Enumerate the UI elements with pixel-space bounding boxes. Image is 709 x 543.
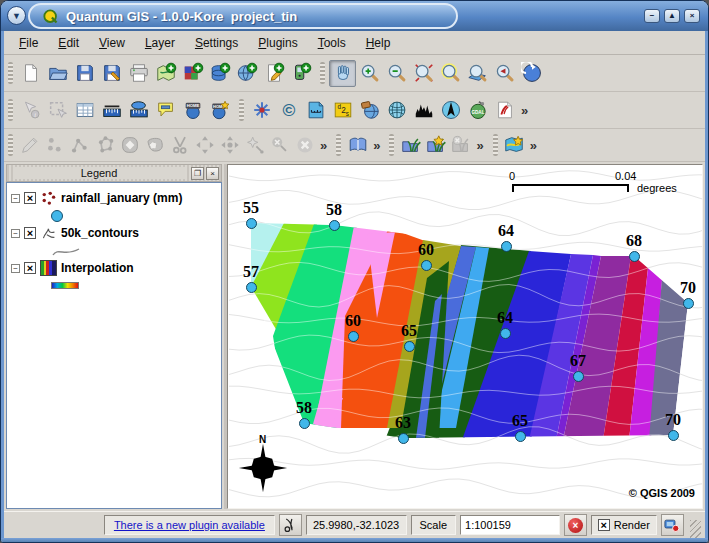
add-ring-icon [119,134,141,156]
tree-expander[interactable]: − [11,194,20,203]
toolbar-overflow-chevron[interactable]: » [317,138,330,153]
tree-expander[interactable]: − [11,264,20,273]
layer-visibility-checkbox[interactable]: × [24,227,36,239]
add-raster-layer-icon [182,62,204,84]
move-vertex-button [217,133,242,158]
rainfall-value-label: 67 [556,352,600,370]
layer-visibility-checkbox[interactable]: × [24,192,36,204]
toolbar-handle[interactable] [8,62,13,84]
save-project-button[interactable] [71,60,98,87]
float-panel-button[interactable]: ❐ [191,167,204,180]
toolbar-handle[interactable] [320,62,325,84]
copyright-label-button[interactable]: © [275,97,302,124]
svg-text:s: s [345,110,348,117]
map-canvas[interactable]: 555860646857706065646758636570 0 0.04 de… [227,164,703,509]
plugin-message-link[interactable]: There is a new plugin available [114,519,265,531]
add-wms-layer-button[interactable] [233,60,260,87]
measure-line-button[interactable] [98,97,125,124]
toolbar-handle[interactable] [493,134,498,156]
rainfall-point-marker [404,341,415,352]
zoom-full-extent-button[interactable] [410,60,437,87]
title-bar[interactable]: ▼ Quantum GIS - 1.0.0-Kore project_tin −… [1,1,708,31]
add-postgis-layer-button[interactable] [206,60,233,87]
toolbar-handle[interactable] [389,134,394,156]
dxf2shape-button[interactable]: d2s [329,97,356,124]
menu-settings[interactable]: Settings [186,34,247,52]
pan-button[interactable] [329,60,356,87]
zoom-last-button[interactable] [491,60,518,87]
toolbar-overflow-chevron[interactable]: » [473,138,486,153]
new-vector-layer-button[interactable] [260,60,287,87]
north-arrow-plugin-button[interactable] [437,97,464,124]
toolbar-handle[interactable] [239,99,244,121]
quick-print-button[interactable] [491,97,518,124]
tree-expander[interactable]: − [11,229,20,238]
print-button[interactable] [125,60,152,87]
window-menu-button[interactable]: ▼ [7,6,26,25]
toolbar-handle[interactable] [8,134,13,156]
new-bookmark-button[interactable]: HOME [206,97,233,124]
toolbar-overflow-chevron[interactable]: » [518,103,531,118]
toolbar-handle[interactable] [336,134,341,156]
layer-symbol-row [11,207,219,224]
new-project-button[interactable] [17,60,44,87]
render-checkbox-box[interactable]: × [598,519,610,531]
layer-name-label[interactable]: Interpolation [61,261,134,275]
grass-open-mapset-button[interactable] [398,133,423,158]
scale-input[interactable] [460,515,560,535]
zoom-to-layer-button[interactable] [464,60,491,87]
show-bookmarks-button[interactable]: HOME [179,97,206,124]
close-panel-button[interactable]: × [206,167,219,180]
layer-name-label[interactable]: 50k_contours [61,226,139,240]
layer-name-label[interactable]: rainfall_january (mm) [61,191,182,205]
toolbar-overflow-chevron[interactable]: » [370,138,383,153]
add-gps-layer-button[interactable] [287,60,314,87]
grass-edit-button[interactable] [345,133,370,158]
menu-help[interactable]: Help [357,34,400,52]
menu-tools[interactable]: Tools [309,34,355,52]
gdal-tools-button[interactable]: GDAL [464,97,491,124]
print-composer-button[interactable] [502,133,527,158]
move-feature-icon [194,134,216,156]
legend-panel-titlebar[interactable]: Legend ❐ × [6,164,222,182]
refresh-button[interactable] [518,60,545,87]
add-vector-layer-icon [155,62,177,84]
move-feature-button [192,133,217,158]
scale-bar-plugin-button[interactable] [302,97,329,124]
zoom-in-button[interactable] [356,60,383,87]
toolbar-handle[interactable] [8,99,13,121]
grass-close-mapset-button [448,133,473,158]
close-button[interactable]: × [684,9,700,23]
layer-visibility-checkbox[interactable]: × [24,262,36,274]
mouse-position-toggle-button[interactable] [279,514,302,536]
coordinate-capture-button[interactable] [248,97,275,124]
toolbar-overflow-chevron[interactable]: » [527,138,540,153]
raster-histogram-icon [413,99,435,121]
map-tips-button[interactable] [152,97,179,124]
add-vertex-button [242,133,267,158]
geoprocessing-button[interactable] [356,97,383,124]
menu-view[interactable]: View [90,34,134,52]
save-project-as-button[interactable] [98,60,125,87]
add-vector-layer-button[interactable] [152,60,179,87]
zoom-out-button[interactable] [383,60,410,87]
render-checkbox[interactable]: × Render [591,515,657,535]
zoom-to-selection-button[interactable] [437,60,464,87]
open-project-button[interactable] [44,60,71,87]
minimize-button[interactable]: − [644,9,660,23]
measure-area-button[interactable] [125,97,152,124]
add-raster-layer-button[interactable] [179,60,206,87]
raster-histogram-button[interactable] [410,97,437,124]
grass-new-mapset-button[interactable] [423,133,448,158]
resize-grip[interactable] [690,520,701,538]
menu-layer[interactable]: Layer [136,34,184,52]
projection-status-button[interactable] [661,514,684,536]
menu-file[interactable]: File [10,34,47,52]
capture-polygon-button [92,133,117,158]
stop-render-button[interactable]: × [564,514,587,536]
menu-plugins[interactable]: Plugins [249,34,306,52]
open-attribute-table-button[interactable] [71,97,98,124]
maximize-button[interactable]: ▲ [664,9,680,23]
menu-edit[interactable]: Edit [49,34,88,52]
graticule-creator-button[interactable] [383,97,410,124]
